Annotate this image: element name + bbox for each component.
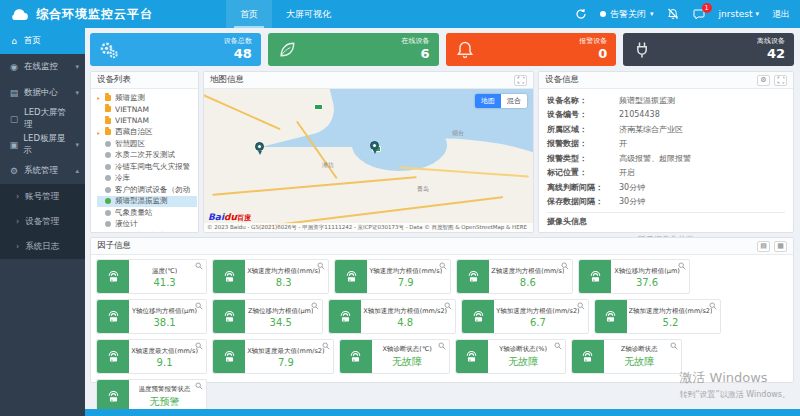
message-icon[interactable]: 1	[693, 8, 706, 21]
factor-tile[interactable]: X轴诊断状态(℃) 无故障	[339, 339, 450, 374]
factor-tile[interactable]: Y轴位移均方根值(μm) 38.1	[96, 299, 207, 334]
sidebar-item[interactable]: ▢ LED大屏管理	[0, 106, 85, 132]
sidebar-subitem[interactable]: › 系统日志	[0, 234, 85, 259]
device-status-icon	[105, 129, 111, 135]
sidebar-item[interactable]: ▤ 数据中心 ▾	[0, 80, 85, 106]
magnifier-icon[interactable]	[195, 342, 203, 350]
settings-icon: ⚙	[9, 166, 19, 176]
map-city-label: 潍坊	[322, 161, 334, 170]
magnifier-icon[interactable]	[709, 302, 717, 310]
factor-tile[interactable]: X轴加速度均方根值(mm/s2) 4.8	[328, 299, 456, 334]
magnifier-icon[interactable]	[195, 382, 203, 390]
tree-expand-icon[interactable]: ▸	[97, 129, 102, 136]
map-pin[interactable]	[255, 142, 264, 151]
tree-expand-icon[interactable]: ▸	[97, 94, 102, 101]
sidebar-subitem[interactable]: › 设备管理	[0, 209, 85, 234]
magnifier-icon[interactable]	[195, 262, 203, 270]
bell-muted-icon[interactable]	[667, 8, 680, 21]
main-layout: ⌂ 首页 ◉ 在线监控 ▾ ▤ 数据中心 ▾ ▢	[0, 28, 800, 416]
alarm-toggle-dropdown[interactable]: 告警关闭 ▾	[600, 8, 654, 21]
footer-bar	[85, 409, 800, 416]
stat-card-online-devices[interactable]: 在线设备 6	[268, 33, 439, 66]
map-type-switch: 地图 混合	[475, 94, 527, 108]
brand: 综合环境监控云平台	[8, 6, 226, 23]
sidebar-item[interactable]: ⌂ 首页	[0, 28, 85, 54]
fullscreen-icon[interactable]	[774, 75, 787, 86]
factor-tile[interactable]: Y轴诊断状态(%) 无故障	[455, 339, 566, 374]
magnifier-icon[interactable]	[561, 262, 569, 270]
device-tree-item[interactable]: 客户的调试设备（勿动	[97, 184, 197, 196]
factor-value: 34.5	[270, 317, 292, 328]
magnifier-icon[interactable]	[322, 342, 330, 350]
factor-value: 8.6	[520, 277, 536, 288]
stat-card-alarm-devices[interactable]: 报警设备 0	[446, 33, 617, 66]
device-tree-item[interactable]: VIETNAM	[97, 104, 197, 116]
stat-card-total-devices[interactable]: 设备总数 48	[90, 33, 261, 66]
magnifier-icon[interactable]	[554, 342, 562, 350]
list-view-icon[interactable]: ▤	[757, 241, 770, 252]
magnifier-icon[interactable]	[317, 262, 325, 270]
device-tree-item[interactable]: ▸ 西藏自治区	[97, 127, 197, 139]
magnifier-icon[interactable]	[577, 302, 585, 310]
device-status-icon	[105, 210, 111, 216]
device-tree-item[interactable]: ▸ 频谱监测	[97, 92, 197, 104]
top-nav-item[interactable]: 首页	[226, 0, 272, 28]
refresh-icon[interactable]	[574, 8, 587, 21]
factor-tile[interactable]: X轴加速度最大值(mm/s2) 7.9	[212, 339, 333, 374]
factor-tile[interactable]: X轴位移均方根值(μm) 37.6	[578, 259, 689, 294]
factor-tile[interactable]: Z轴位移均方根值(μm) 34.5	[212, 299, 323, 334]
factor-tile[interactable]: 温度(℃) 41.3	[96, 259, 207, 294]
sidebar-item[interactable]: ⚙ 系统管理 ▴	[0, 158, 85, 184]
device-tree-item[interactable]: 液位计	[97, 219, 197, 231]
device-tree-item[interactable]: 冷库	[97, 173, 197, 185]
device-tree-item[interactable]: VIETNAM	[97, 115, 197, 127]
device-tree-item[interactable]: 气象质量站	[97, 207, 197, 219]
factor-tile[interactable]: Z轴速度均方根值(mm/s) 8.6	[456, 259, 573, 294]
device-info-row: 标记位置： 开启	[547, 166, 785, 181]
map-pin[interactable]	[370, 141, 379, 150]
device-info-row: 设备名称： 频谱型温振监测	[547, 93, 785, 108]
field-value: 济南某综合产业区	[619, 124, 683, 135]
magnifier-icon[interactable]	[439, 262, 447, 270]
factor-tile[interactable]: Y轴加速度均方根值(mm/s2) 6.7	[461, 299, 588, 334]
factor-name: X轴速度最大值(mm/s)	[131, 347, 198, 356]
grid-view-icon[interactable]: ▦	[774, 241, 787, 252]
logout-button[interactable]: 退出	[772, 8, 790, 21]
alarm-settings-icon[interactable]: ⚙	[757, 75, 770, 86]
sidebar-item[interactable]: ▣ LED板屏显示 ▾	[0, 132, 85, 158]
device-tree-item[interactable]: 水质二次开发测试	[97, 150, 197, 162]
magnifier-icon[interactable]	[311, 302, 319, 310]
device-tree-item[interactable]: wifi-6内置探头	[97, 230, 197, 232]
sidebar-subitem[interactable]: › 账号管理	[0, 184, 85, 209]
magnifier-icon[interactable]	[195, 302, 203, 310]
factor-tile[interactable]: X轴速度最大值(mm/s) 9.1	[96, 339, 207, 374]
factor-value: 9.1	[157, 357, 173, 368]
device-tree-item[interactable]: 频谱型温振监测	[97, 196, 197, 208]
factor-name: Y轴加速度均方根值(mm/s2)	[496, 307, 579, 316]
factors-panel: 因子信息 ▤ ▦ 温度(℃) 41.3	[90, 237, 794, 383]
sidebar-item[interactable]: ◉ 在线监控 ▾	[0, 54, 85, 80]
factor-tile[interactable]: X轴速度均方根值(mm/s) 8.3	[212, 259, 329, 294]
top-nav-item[interactable]: 大屏可视化	[272, 0, 345, 28]
user-menu[interactable]: jnrstest ▾	[719, 9, 759, 19]
device-tree-item[interactable]: 冷链车间电气火灾报警	[97, 161, 197, 173]
middle-row: 设备列表 ▸ 频谱监测 VIETNAM	[90, 71, 794, 233]
fullscreen-icon[interactable]	[514, 75, 527, 86]
highway-shield-icon	[314, 104, 323, 110]
map-hybrid-button[interactable]: 混合	[501, 94, 527, 108]
map-city-label: 青岛	[417, 185, 429, 194]
magnifier-icon[interactable]	[444, 302, 452, 310]
map-base-button[interactable]: 地图	[475, 94, 501, 108]
factor-tile[interactable]: Z轴诊断状态 无故障	[571, 339, 682, 374]
magnifier-icon[interactable]	[678, 262, 686, 270]
factor-tile[interactable]: Z轴加速度均方根值(mm/s2) 5.2	[594, 299, 722, 334]
map-canvas[interactable]: 潍坊 烟台 青岛 地图 混合 Baidu百度 © 2023 Baidu - GS…	[204, 89, 533, 232]
factor-tile[interactable]: Y轴速度均方根值(mm/s) 7.9	[334, 259, 451, 294]
magnifier-icon[interactable]	[438, 342, 446, 350]
stat-value: 42	[757, 46, 785, 62]
magnifier-icon[interactable]	[670, 342, 678, 350]
device-tree[interactable]: ▸ 频谱监测 VIETNAM	[91, 89, 198, 232]
device-tree-item[interactable]: 智慧园区	[97, 138, 197, 150]
factor-value: 8.3	[276, 277, 292, 288]
stat-card-offline-devices[interactable]: 离线设备 42	[623, 33, 794, 66]
